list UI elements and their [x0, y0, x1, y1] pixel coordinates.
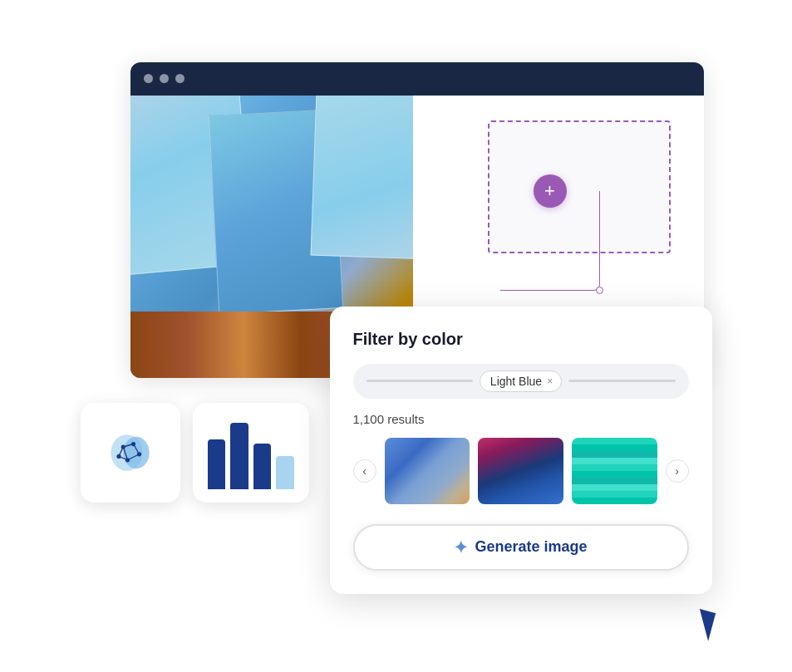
- connector-dot: [596, 287, 603, 294]
- brain-icon: [101, 424, 160, 482]
- glass-panel-3: [310, 96, 412, 259]
- generate-image-button[interactable]: ✦ Generate image: [353, 524, 689, 571]
- thumbnails-row: ‹ ›: [353, 438, 689, 504]
- add-content-button[interactable]: +: [534, 174, 567, 208]
- next-thumbnail-button[interactable]: ›: [666, 459, 689, 483]
- svg-point-1: [123, 436, 150, 468]
- bar-1: [208, 439, 226, 489]
- thumb3-stripes: [572, 438, 657, 504]
- browser-dot-1: [144, 74, 153, 83]
- filter-tag-light-blue[interactable]: Light Blue ×: [480, 370, 562, 392]
- bar-4: [276, 456, 294, 489]
- filter-tag-label: Light Blue: [490, 375, 542, 388]
- thumbnail-2[interactable]: [478, 438, 563, 504]
- ai-brain-card: [81, 403, 180, 503]
- search-line-right: [568, 380, 675, 382]
- browser-titlebar: [130, 62, 704, 96]
- cursor-triangle: [691, 609, 715, 641]
- bar-3: [253, 444, 272, 489]
- filter-panel: Filter by color Light Blue × 1,100 resul…: [330, 307, 712, 594]
- browser-dot-2: [160, 74, 169, 83]
- results-count: 1,100 results: [353, 412, 689, 426]
- generate-button-label: Generate image: [475, 538, 587, 556]
- search-line-left: [366, 380, 473, 382]
- sparkle-icon: ✦: [454, 537, 468, 557]
- filter-tag-remove[interactable]: ×: [547, 375, 553, 387]
- prev-thumbnail-button[interactable]: ‹: [353, 459, 376, 483]
- filter-panel-title: Filter by color: [353, 330, 689, 349]
- thumbnail-3[interactable]: [572, 438, 657, 504]
- bar-chart-card: [193, 403, 309, 503]
- thumbnail-1[interactable]: [385, 438, 470, 504]
- browser-dot-3: [175, 74, 184, 83]
- filter-search-bar[interactable]: Light Blue ×: [353, 364, 689, 399]
- bar-2: [230, 423, 248, 489]
